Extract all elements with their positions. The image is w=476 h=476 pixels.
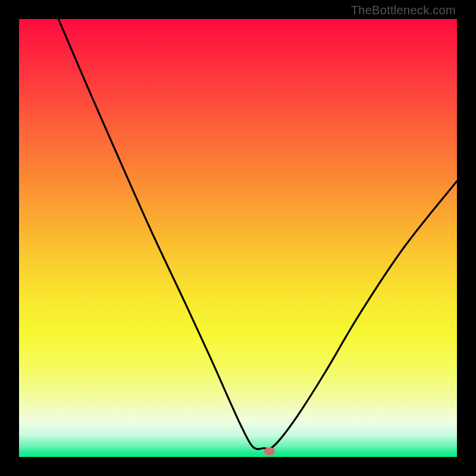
optimal-marker (264, 447, 275, 455)
bottleneck-curve (19, 19, 457, 457)
watermark-text: TheBottleneck.com (351, 4, 456, 17)
chart-frame: TheBottleneck.com (0, 0, 476, 476)
plot-area (19, 19, 457, 457)
